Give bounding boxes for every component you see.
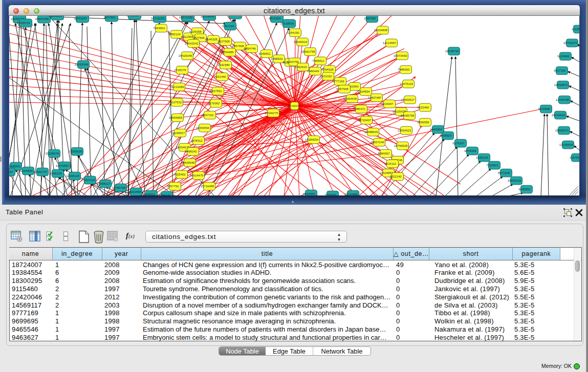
svg-text:9129966: 9129966	[557, 55, 570, 58]
svg-text:14463627: 14463627	[401, 98, 415, 101]
svg-text:9699695: 9699695	[417, 121, 429, 124]
svg-text:10719155: 10719155	[151, 17, 165, 20]
svg-text:15692971: 15692971	[555, 129, 569, 132]
svg-text:10807487: 10807487	[368, 96, 382, 99]
svg-text:16033809: 16033809	[201, 16, 214, 18]
svg-text:6179197: 6179197	[452, 142, 465, 145]
svg-text:1440954: 1440954	[430, 128, 442, 131]
svg-text:9227342: 9227342	[554, 69, 566, 72]
svg-text:8813054: 8813054	[269, 17, 281, 20]
svg-text:10975857: 10975857	[56, 164, 70, 167]
svg-text:12213957: 12213957	[383, 41, 397, 45]
svg-text:9146821: 9146821	[258, 52, 271, 55]
svg-text:12975115: 12975115	[400, 82, 413, 85]
svg-text:3878312: 3878312	[190, 139, 203, 142]
svg-text:14435001: 14435001	[9, 165, 21, 168]
svg-text:7386372: 7386372	[353, 107, 365, 111]
svg-text:11156829: 11156829	[19, 169, 33, 172]
svg-text:19166827: 19166827	[171, 132, 185, 135]
svg-text:19384554: 19384554	[305, 138, 319, 141]
svg-text:9115460: 9115460	[418, 106, 430, 109]
svg-text:16782759: 16782759	[112, 186, 126, 189]
svg-text:8471626: 8471626	[498, 171, 510, 174]
svg-text:14524851: 14524851	[380, 171, 394, 174]
svg-text:9245652: 9245652	[518, 188, 531, 191]
svg-text:19218506: 19218506	[280, 22, 294, 25]
svg-text:12444196: 12444196	[556, 98, 570, 101]
svg-text:10671355: 10671355	[179, 16, 193, 19]
svg-text:7663822: 7663822	[153, 27, 165, 30]
svg-text:9474444: 9474444	[464, 149, 476, 152]
svg-text:12923468: 12923468	[127, 190, 141, 193]
svg-text:13654923: 13654923	[398, 129, 411, 132]
svg-text:16648794: 16648794	[445, 50, 459, 53]
svg-text:1558520: 1558520	[271, 57, 283, 60]
svg-text:10107532: 10107532	[168, 101, 182, 104]
svg-text:10244985: 10244985	[344, 193, 358, 195]
svg-text:15353594: 15353594	[196, 126, 210, 129]
svg-text:12213389: 12213389	[170, 85, 184, 89]
svg-text:3215958: 3215958	[538, 107, 550, 111]
svg-text:9827505: 9827505	[192, 36, 205, 39]
svg-text:6990443: 6990443	[307, 70, 319, 73]
svg-text:16640910: 16640910	[294, 40, 308, 43]
svg-text:7485063: 7485063	[398, 68, 410, 71]
svg-text:2522140: 2522140	[389, 175, 402, 178]
svg-text:7625402: 7625402	[173, 173, 186, 176]
svg-text:17016504: 17016504	[559, 143, 573, 146]
svg-text:15716485: 15716485	[201, 185, 214, 188]
svg-text:20206576: 20206576	[46, 152, 59, 155]
svg-text:5226058: 5226058	[189, 30, 202, 33]
svg-text:8765420: 8765420	[159, 194, 171, 195]
svg-text:7955812: 7955812	[312, 59, 324, 62]
svg-text:7693301: 7693301	[324, 193, 337, 195]
svg-text:8912954: 8912954	[181, 35, 193, 38]
svg-text:6216007: 6216007	[381, 102, 394, 105]
svg-text:6794028: 6794028	[321, 68, 334, 71]
svg-text:12409948: 12409948	[181, 161, 195, 164]
svg-text:2242484: 2242484	[217, 63, 230, 67]
svg-text:10654122: 10654122	[508, 179, 521, 182]
svg-text:6466160: 6466160	[126, 16, 139, 17]
svg-text:2718176: 2718176	[174, 69, 186, 72]
svg-text:10154808: 10154808	[374, 29, 388, 32]
svg-text:16210643: 16210643	[552, 114, 565, 117]
svg-text:3267110: 3267110	[202, 114, 214, 117]
svg-text:5498242: 5498242	[185, 150, 197, 153]
svg-text:10543342: 10543342	[185, 42, 199, 45]
svg-text:9102843: 9102843	[303, 192, 315, 195]
svg-text:2687682: 2687682	[364, 17, 376, 20]
svg-text:17957225: 17957225	[81, 179, 95, 182]
svg-text:8146328: 8146328	[205, 38, 217, 41]
svg-text:18807249: 18807249	[371, 141, 384, 144]
svg-text:19029113: 19029113	[49, 16, 62, 17]
svg-text:1362615: 1362615	[295, 65, 307, 69]
svg-text:8938923: 8938923	[440, 134, 452, 137]
svg-text:9777169: 9777169	[332, 80, 344, 83]
svg-text:1624554: 1624554	[358, 90, 370, 93]
svg-text:1112849: 1112849	[572, 28, 579, 31]
svg-text:8754685: 8754685	[222, 51, 234, 54]
svg-text:1615112: 1615112	[385, 162, 397, 165]
svg-text:7632621: 7632621	[486, 164, 498, 167]
svg-text:10653809: 10653809	[227, 16, 241, 16]
svg-text:1254190: 1254190	[287, 31, 299, 34]
svg-text:9127508: 9127508	[217, 40, 230, 43]
svg-text:9384067: 9384067	[378, 152, 390, 155]
svg-text:15300275: 15300275	[265, 112, 278, 115]
svg-text:10654983: 10654983	[169, 116, 183, 119]
svg-text:9860124: 9860124	[168, 33, 181, 36]
svg-text:1345134: 1345134	[50, 172, 62, 175]
svg-text:15751074: 15751074	[563, 41, 577, 45]
svg-text:10553287: 10553287	[74, 17, 88, 20]
svg-text:10973493: 10973493	[394, 54, 407, 57]
svg-text:2867608: 2867608	[232, 45, 244, 48]
svg-text:9427552: 9427552	[210, 90, 222, 93]
svg-text:10958117: 10958117	[97, 182, 111, 185]
svg-text:12942737: 12942737	[34, 170, 48, 173]
svg-text:1170062: 1170062	[208, 102, 221, 105]
svg-text:12505115: 12505115	[66, 174, 80, 178]
svg-text:1527602: 1527602	[103, 16, 116, 19]
svg-text:1167533: 1167533	[570, 156, 579, 159]
svg-text:1203755: 1203755	[287, 60, 299, 63]
